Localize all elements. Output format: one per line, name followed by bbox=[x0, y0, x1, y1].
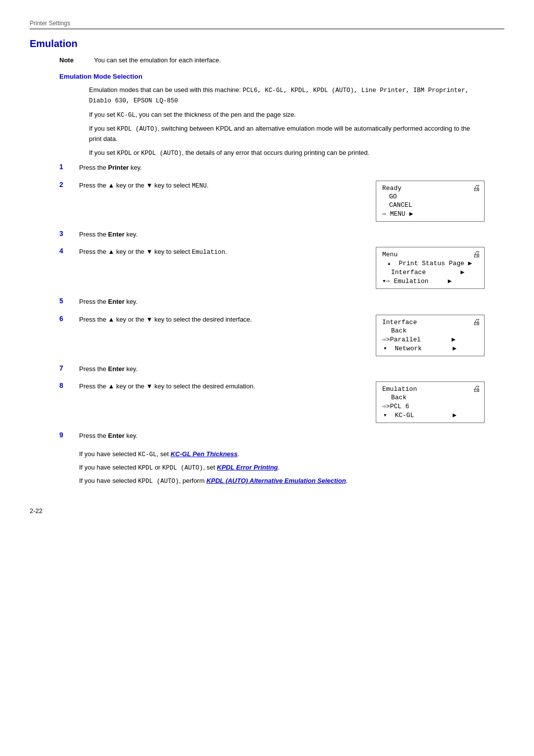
follow-up-block: If you have selected KC-GL, set KC-GL Pe… bbox=[79, 449, 504, 487]
step-4: 4 Press the ▲ key or the ▼ key to select… bbox=[59, 247, 485, 289]
follow-up-line-2: If you have selected KPDL or KPDL (AUTO)… bbox=[79, 462, 504, 473]
section-para-4: If you set KPDL or KPDL (AUTO), the deta… bbox=[89, 148, 475, 158]
page-title: Emulation bbox=[30, 38, 504, 49]
step-3: 3 Press the Enter key. bbox=[59, 230, 485, 239]
lcd-icon-step6: 🖨 bbox=[473, 318, 481, 327]
lcd-row-back-step6: Back bbox=[382, 327, 478, 335]
step-4-text: Press the ▲ key or the ▼ key to select E… bbox=[79, 247, 361, 257]
step-8: 8 Press the ▲ key or the ▼ key to select… bbox=[59, 381, 485, 423]
lcd-icon-step2: 🖨 bbox=[473, 184, 481, 193]
step-6-num: 6 bbox=[59, 315, 79, 323]
step-7: 7 Press the Enter key. bbox=[59, 364, 485, 374]
step-8-num: 8 bbox=[59, 381, 79, 389]
step-3-num: 3 bbox=[59, 230, 79, 237]
kpdl-auto-link[interactable]: KPDL (AUTO) Alternative Emulation Select… bbox=[206, 477, 346, 484]
lcd-row-cancel: CANCEL bbox=[382, 201, 478, 209]
step-9-content: Press the Enter key. bbox=[79, 431, 485, 441]
step-2-text: Press the ▲ key or the ▼ key to select M… bbox=[79, 181, 361, 191]
step-7-num: 7 bbox=[59, 364, 79, 372]
step-1-content: Press the Printer key. bbox=[79, 163, 485, 173]
note-label: Note bbox=[59, 56, 89, 64]
step-5-content: Press the Enter key. bbox=[79, 297, 485, 307]
lcd-row-parallel: ⇨>Parallel ▶ bbox=[382, 335, 478, 344]
lcd-row-title-step8: Emulation bbox=[382, 385, 478, 393]
steps-area: 1 Press the Printer key. 2 Press the ▲ k… bbox=[59, 163, 485, 441]
note-block: Note You can set the emulation for each … bbox=[59, 56, 504, 64]
step-2: 2 Press the ▲ key or the ▼ key to select… bbox=[59, 181, 485, 222]
section-body: Emulation modes that can be used with th… bbox=[89, 85, 475, 158]
step-9: 9 Press the Enter key. bbox=[59, 431, 485, 441]
step-4-content: Press the ▲ key or the ▼ key to select E… bbox=[79, 247, 485, 289]
lcd-row-psp: ▴ Print Status Page ▶ bbox=[382, 259, 478, 268]
step-6-text: Press the ▲ key or the ▼ key to select t… bbox=[79, 315, 361, 325]
lcd-icon-step8: 🖨 bbox=[473, 384, 481, 394]
step-4-num: 4 bbox=[59, 247, 79, 255]
step-2-num: 2 bbox=[59, 181, 79, 189]
step-3-content: Press the Enter key. bbox=[79, 230, 485, 239]
section-para-2: If you set KC-GL, you can set the thickn… bbox=[89, 110, 475, 120]
lcd-row-title-step4: Menu bbox=[382, 250, 478, 259]
step-5-num: 5 bbox=[59, 297, 79, 305]
follow-up-line-1: If you have selected KC-GL, set KC-GL Pe… bbox=[79, 449, 504, 460]
lcd-row-back-step8: Back bbox=[382, 393, 478, 402]
lcd-panel-step6: 🖨 Interface Back ⇨>Parallel ▶ ▾ Network … bbox=[376, 315, 485, 356]
section-title: Emulation Mode Selection bbox=[59, 73, 504, 80]
lcd-panel-step8: 🖨 Emulation Back ⇨>PCL 6 ▾ KC-GL ▶ bbox=[376, 381, 485, 423]
lcd-panel-step2: 🖨 Ready GO CANCEL ⇨ MENU ▶ bbox=[376, 181, 485, 222]
follow-up-line-3: If you have selected KPDL (AUTO), perfor… bbox=[79, 475, 504, 487]
page-number: 2-22 bbox=[30, 507, 43, 515]
step-8-text: Press the ▲ key or the ▼ key to select t… bbox=[79, 381, 361, 391]
lcd-panel-step4: 🖨 Menu ▴ Print Status Page ▶ Interface ▶… bbox=[376, 247, 485, 289]
breadcrumb-text: Printer Settings bbox=[30, 20, 70, 27]
breadcrumb: Printer Settings bbox=[30, 20, 504, 29]
lcd-row-interface: Interface ▶ bbox=[382, 268, 478, 277]
step-6-content: Press the ▲ key or the ▼ key to select t… bbox=[79, 315, 485, 356]
lcd-icon-step4: 🖨 bbox=[473, 250, 481, 259]
lcd-row-kcgl: ▾ KC-GL ▶ bbox=[382, 411, 478, 420]
kcgl-link[interactable]: KC-GL Pen Thickness bbox=[171, 450, 238, 458]
lcd-row-network: ▾ Network ▶ bbox=[382, 344, 478, 353]
step-1: 1 Press the Printer key. bbox=[59, 163, 485, 173]
lcd-row-emulation: ▾⇨ Emulation ▶ bbox=[382, 277, 478, 285]
lcd-row-go: GO bbox=[382, 192, 478, 201]
step-2-content: Press the ▲ key or the ▼ key to select M… bbox=[79, 181, 485, 222]
lcd-row-menu: ⇨ MENU ▶ bbox=[382, 209, 478, 218]
step-8-content: Press the ▲ key or the ▼ key to select t… bbox=[79, 381, 485, 423]
step-5: 5 Press the Enter key. bbox=[59, 297, 485, 307]
page-footer: 2-22 bbox=[30, 507, 504, 515]
section-para-1: Emulation modes that can be used with th… bbox=[89, 85, 475, 106]
step-1-num: 1 bbox=[59, 163, 79, 171]
step-9-num: 9 bbox=[59, 431, 79, 439]
note-text: You can set the emulation for each inter… bbox=[94, 56, 221, 64]
lcd-row-pcl6: ⇨>PCL 6 bbox=[382, 402, 478, 411]
lcd-row-title-step2: Ready bbox=[382, 184, 478, 192]
step-7-content: Press the Enter key. bbox=[79, 364, 485, 374]
lcd-row-title-step6: Interface bbox=[382, 318, 478, 327]
kpdl-error-link[interactable]: KPDL Error Printing bbox=[217, 464, 278, 471]
section-para-3: If you set KPDL (AUTO), switching betwee… bbox=[89, 124, 475, 143]
step-6: 6 Press the ▲ key or the ▼ key to select… bbox=[59, 315, 485, 356]
